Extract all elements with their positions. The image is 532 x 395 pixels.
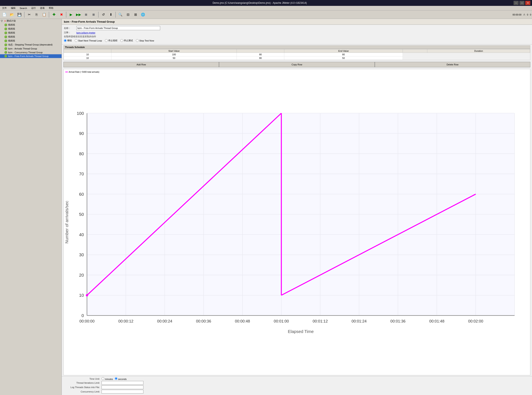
minimize-button[interactable]: ─ <box>514 1 519 5</box>
sidebar-item-concurrency[interactable]: 🟢 bzm - Concurrency Thread Group <box>0 50 62 54</box>
clear-all-button[interactable]: ⬇ <box>107 11 114 18</box>
col-start-value: Start Value <box>111 49 237 53</box>
toolbar-separator-4 <box>98 12 99 18</box>
start-no-pause-button[interactable]: ▶▶ <box>75 11 82 18</box>
copy-button[interactable]: ⎘ <box>33 11 40 18</box>
svg-text:80: 80 <box>79 152 84 156</box>
log-threads-input[interactable] <box>102 385 143 389</box>
sidebar-item-thread4[interactable]: 🟢 线程组 <box>0 35 62 39</box>
close-button[interactable]: ✕ <box>525 1 530 5</box>
sidebar-item-test-plan[interactable]: ▽ 🔺 测试计划 <box>0 19 62 23</box>
thread-icon: 🟢 <box>4 39 7 42</box>
concurrency-input[interactable] <box>102 390 143 394</box>
svg-text:90: 90 <box>79 131 84 136</box>
tree-expand-icon: ▽ <box>1 20 3 22</box>
maximize-button[interactable]: □ <box>519 1 524 5</box>
collapse-button[interactable]: ⊟ <box>124 11 131 18</box>
search-button[interactable]: 🔍 <box>117 11 124 18</box>
radio-stop-test[interactable]: 停止测试 <box>120 39 133 42</box>
sidebar-item-stepping[interactable]: 🟢 动态 - Stepping Thread Group (deprecated… <box>0 43 62 47</box>
radio-stop-thread-label: 停止线程 <box>108 39 118 42</box>
menu-help[interactable]: 帮助 <box>48 6 55 10</box>
new-button[interactable]: 📄 <box>1 11 8 18</box>
save-button[interactable]: 💾 <box>16 11 23 18</box>
paste-button[interactable]: 📋 <box>41 11 48 18</box>
start-button[interactable]: ▶ <box>67 11 75 18</box>
sidebar-item-freeform[interactable]: 🟢 bzm - Free-Form Arrivals Thread Group <box>0 54 62 58</box>
thread-icon: 🟢 <box>4 43 7 46</box>
svg-text:00:00:48: 00:00:48 <box>235 319 250 323</box>
sidebar-item-arrivals[interactable]: 🟢 bzm - Arrivals Thread Group <box>0 47 62 50</box>
clear-button[interactable]: ↺ <box>100 11 107 18</box>
row1-col1[interactable]: 10 <box>64 53 111 56</box>
sidebar-item-label: bzm - Arrivals Thread Group <box>8 47 37 50</box>
name-input[interactable] <box>76 26 160 30</box>
sidebar-item-thread2[interactable]: 🟢 线程组 <box>0 27 62 31</box>
row2-col4[interactable]: 50 <box>284 56 403 60</box>
row1-col2[interactable]: 100 <box>111 53 237 56</box>
menu-options[interactable]: 选项 <box>39 6 46 10</box>
error-count: 0 <box>530 13 531 16</box>
window-title: Demo.jmx (C:\Users\wangxiang\Desktop\Dem… <box>6 1 514 4</box>
comment-label: 注释： <box>64 31 76 34</box>
menu-edit[interactable]: 编辑 <box>10 6 17 10</box>
sidebar-item-label: 测试计划 <box>6 19 16 22</box>
toolbar-right: 00:00:00 ⚠ 0 0 <box>512 13 531 16</box>
menu-file[interactable]: 文件 <box>1 6 8 10</box>
cut-button[interactable]: ✂ <box>26 11 33 18</box>
stop-button[interactable]: ⏹ <box>82 11 90 18</box>
svg-text:100: 100 <box>77 111 84 116</box>
radio-stop-test-now[interactable]: Stop Test Now <box>136 39 154 42</box>
menu-run[interactable]: 运行 <box>30 6 37 10</box>
row2-col2[interactable]: 50 <box>111 56 237 60</box>
sidebar-item-thread3[interactable]: 🟢 线程组 <box>0 31 62 35</box>
radio-stop-thread[interactable]: 停止线程 <box>105 39 118 42</box>
minutes-radio[interactable] <box>102 377 104 380</box>
table-row: 10 50 80 50 <box>64 56 530 60</box>
radio-next-loop-label: Start Next Thread Loop <box>78 39 102 42</box>
svg-text:00:00:00: 00:00:00 <box>79 319 94 323</box>
svg-text:00:00:24: 00:00:24 <box>157 319 172 323</box>
svg-text:20: 20 <box>79 273 84 277</box>
sidebar-item-thread5[interactable]: 🟢 线程组 <box>0 39 62 43</box>
thread-iterations-label: Thread Iterations Limit: <box>64 382 102 384</box>
minutes-radio-label[interactable]: minutes <box>102 377 113 380</box>
add-row-button[interactable]: Add Row <box>64 62 219 67</box>
sidebar-item-label: bzm - Concurrency Thread Group <box>8 51 43 54</box>
warning-count: 0 <box>527 13 528 16</box>
seconds-radio-label[interactable]: seconds <box>115 377 127 380</box>
delete-row-button[interactable]: Delete Row <box>375 62 530 67</box>
menu-search[interactable]: Search <box>18 6 28 10</box>
svg-text:00:01:36: 00:01:36 <box>391 319 406 323</box>
radio-continue[interactable]: 继续 <box>64 39 72 42</box>
radio-next-loop[interactable]: Start Next Thread Loop <box>75 39 102 42</box>
thread-icon: 🟢 <box>4 27 7 30</box>
name-label: 名称： <box>64 27 76 30</box>
row1-col3[interactable]: 80 <box>237 53 284 56</box>
chart-legend: Arrival Rate (~5400 total arrivals) <box>65 71 99 73</box>
open-button[interactable]: 📂 <box>8 11 16 18</box>
thread-iterations-input[interactable] <box>102 381 143 385</box>
concurrency-row: Concurrency Limit: <box>64 390 530 394</box>
time-unit-radio-group: minutes seconds <box>102 377 127 380</box>
expand-button[interactable]: ⊞ <box>132 11 139 18</box>
content-panel: bzm - Free-Form Arrivals Thread Group 名称… <box>62 19 532 395</box>
log-threads-row: Log Threads Status into File: <box>64 385 530 389</box>
add-button[interactable]: ✚ <box>50 11 57 18</box>
comment-link[interactable]: bzm.io/bzm-jmeter <box>76 31 95 34</box>
row2-col3[interactable]: 80 <box>237 56 284 60</box>
seconds-radio[interactable] <box>115 377 118 380</box>
row1-col4[interactable]: 80 <box>284 53 403 56</box>
remove-button[interactable]: ✖ <box>58 11 65 18</box>
titlebar-controls[interactable]: ─ □ ✕ <box>514 1 530 5</box>
action-label: 在取样器错误后应该采取的动作 <box>64 35 530 38</box>
sidebar-item-label: 线程组 <box>8 35 15 38</box>
toolbar: 📄 📂 💾 ✂ ⎘ 📋 ✚ ✖ ▶ ▶▶ ⏹ ⏹ ↺ ⬇ 🔍 ⊟ ⊞ 🌐 00:… <box>0 11 532 19</box>
sidebar-item-thread1[interactable]: 🟢 线程组 <box>0 23 62 27</box>
remote-button[interactable]: 🌐 <box>140 11 146 18</box>
sidebar-item-label: 线程组 <box>8 27 15 30</box>
row2-col1[interactable]: 10 <box>64 56 111 60</box>
stop-immediate-button[interactable]: ⏹ <box>90 11 97 18</box>
form-area: 名称： 注释： bzm.io/bzm-jmeter 在取样器错误后应该采取的动作… <box>62 25 532 44</box>
copy-row-button[interactable]: Copy Row <box>219 62 375 67</box>
